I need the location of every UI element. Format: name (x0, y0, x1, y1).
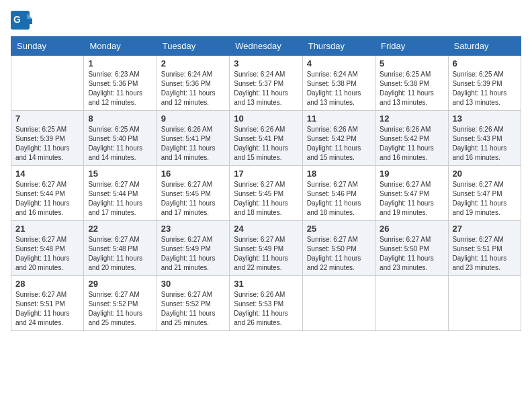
calendar-cell: 30Sunrise: 6:27 AMSunset: 5:52 PMDayligh… (157, 276, 229, 331)
day-number: 25 (307, 224, 371, 234)
day-number: 9 (161, 113, 225, 124)
day-number: 27 (453, 224, 517, 234)
calendar-cell: 11Sunrise: 6:26 AMSunset: 5:42 PMDayligh… (302, 111, 375, 166)
day-number: 10 (234, 113, 298, 124)
calendar-cell: 9Sunrise: 6:26 AMSunset: 5:41 PMDaylight… (157, 111, 229, 166)
calendar-cell: 14Sunrise: 6:27 AMSunset: 5:44 PMDayligh… (11, 166, 84, 221)
day-number: 24 (234, 224, 298, 234)
calendar-cell: 20Sunrise: 6:27 AMSunset: 5:47 PMDayligh… (448, 166, 521, 221)
day-info: Sunrise: 6:26 AMSunset: 5:43 PMDaylight:… (453, 125, 517, 163)
svg-marker-3 (27, 19, 32, 24)
calendar-cell: 19Sunrise: 6:27 AMSunset: 5:47 PMDayligh… (375, 166, 448, 221)
day-number: 12 (380, 113, 443, 124)
day-info: Sunrise: 6:26 AMSunset: 5:42 PMDaylight:… (380, 125, 443, 163)
weekday-header: Thursday (302, 37, 375, 56)
day-number: 19 (380, 169, 443, 179)
day-info: Sunrise: 6:24 AMSunset: 5:37 PMDaylight:… (234, 70, 298, 107)
day-info: Sunrise: 6:27 AMSunset: 5:47 PMDaylight:… (453, 180, 517, 218)
calendar-cell (448, 276, 521, 331)
calendar-table: SundayMondayTuesdayWednesdayThursdayFrid… (11, 36, 521, 331)
day-number: 14 (15, 169, 79, 179)
day-info: Sunrise: 6:27 AMSunset: 5:45 PMDaylight:… (234, 180, 298, 218)
day-number: 1 (88, 58, 152, 68)
day-number: 23 (161, 224, 225, 234)
header: G (11, 11, 521, 30)
day-number: 31 (234, 279, 298, 289)
calendar-cell: 2Sunrise: 6:24 AMSunset: 5:36 PMDaylight… (157, 56, 229, 111)
calendar-cell: 23Sunrise: 6:27 AMSunset: 5:49 PMDayligh… (157, 221, 229, 276)
day-number: 5 (380, 58, 443, 68)
calendar-cell: 17Sunrise: 6:27 AMSunset: 5:45 PMDayligh… (230, 166, 302, 221)
calendar-cell: 10Sunrise: 6:26 AMSunset: 5:41 PMDayligh… (230, 111, 302, 166)
day-info: Sunrise: 6:27 AMSunset: 5:50 PMDaylight:… (380, 235, 443, 273)
day-number: 2 (161, 58, 225, 68)
weekday-header: Sunday (11, 37, 84, 56)
day-number: 11 (307, 113, 371, 124)
calendar-cell: 24Sunrise: 6:27 AMSunset: 5:49 PMDayligh… (230, 221, 302, 276)
svg-text:G: G (13, 14, 21, 25)
weekday-header: Monday (84, 37, 157, 56)
calendar-cell (302, 276, 375, 331)
calendar-cell: 21Sunrise: 6:27 AMSunset: 5:48 PMDayligh… (11, 221, 84, 276)
day-info: Sunrise: 6:27 AMSunset: 5:52 PMDaylight:… (161, 290, 225, 328)
day-number: 7 (15, 113, 79, 124)
day-number: 8 (88, 113, 152, 124)
day-info: Sunrise: 6:26 AMSunset: 5:42 PMDaylight:… (307, 125, 371, 163)
calendar-cell: 5Sunrise: 6:25 AMSunset: 5:38 PMDaylight… (375, 56, 448, 111)
weekday-header: Saturday (448, 37, 521, 56)
day-number: 18 (307, 169, 371, 179)
day-info: Sunrise: 6:27 AMSunset: 5:51 PMDaylight:… (15, 290, 79, 328)
day-number: 17 (234, 169, 298, 179)
calendar-cell: 6Sunrise: 6:25 AMSunset: 5:39 PMDaylight… (448, 56, 521, 111)
weekday-header: Tuesday (157, 37, 229, 56)
calendar-cell: 15Sunrise: 6:27 AMSunset: 5:44 PMDayligh… (84, 166, 157, 221)
day-info: Sunrise: 6:27 AMSunset: 5:52 PMDaylight:… (88, 290, 152, 328)
day-info: Sunrise: 6:25 AMSunset: 5:39 PMDaylight:… (15, 125, 79, 163)
day-info: Sunrise: 6:26 AMSunset: 5:41 PMDaylight:… (234, 125, 298, 163)
calendar-cell: 25Sunrise: 6:27 AMSunset: 5:50 PMDayligh… (302, 221, 375, 276)
calendar-cell: 12Sunrise: 6:26 AMSunset: 5:42 PMDayligh… (375, 111, 448, 166)
logo: G (11, 11, 35, 30)
day-info: Sunrise: 6:24 AMSunset: 5:36 PMDaylight:… (161, 70, 225, 107)
calendar-cell: 3Sunrise: 6:24 AMSunset: 5:37 PMDaylight… (230, 56, 302, 111)
day-info: Sunrise: 6:27 AMSunset: 5:47 PMDaylight:… (380, 180, 443, 218)
calendar-cell: 1Sunrise: 6:23 AMSunset: 5:36 PMDaylight… (84, 56, 157, 111)
day-info: Sunrise: 6:26 AMSunset: 5:41 PMDaylight:… (161, 125, 225, 163)
calendar-cell: 8Sunrise: 6:25 AMSunset: 5:40 PMDaylight… (84, 111, 157, 166)
day-info: Sunrise: 6:27 AMSunset: 5:46 PMDaylight:… (307, 180, 371, 218)
calendar-cell: 31Sunrise: 6:26 AMSunset: 5:53 PMDayligh… (230, 276, 302, 331)
logo-icon: G (11, 11, 32, 30)
day-info: Sunrise: 6:23 AMSunset: 5:36 PMDaylight:… (88, 70, 152, 107)
day-info: Sunrise: 6:27 AMSunset: 5:49 PMDaylight:… (161, 235, 225, 273)
day-info: Sunrise: 6:24 AMSunset: 5:38 PMDaylight:… (307, 70, 371, 107)
day-info: Sunrise: 6:26 AMSunset: 5:53 PMDaylight:… (234, 290, 298, 328)
weekday-header: Friday (375, 37, 448, 56)
day-number: 21 (15, 224, 79, 234)
day-number: 15 (88, 169, 152, 179)
day-info: Sunrise: 6:27 AMSunset: 5:44 PMDaylight:… (15, 180, 79, 218)
calendar-cell (11, 56, 84, 111)
calendar-cell: 7Sunrise: 6:25 AMSunset: 5:39 PMDaylight… (11, 111, 84, 166)
calendar-cell: 26Sunrise: 6:27 AMSunset: 5:50 PMDayligh… (375, 221, 448, 276)
day-info: Sunrise: 6:27 AMSunset: 5:48 PMDaylight:… (88, 235, 152, 273)
day-number: 20 (453, 169, 517, 179)
calendar-cell: 29Sunrise: 6:27 AMSunset: 5:52 PMDayligh… (84, 276, 157, 331)
day-info: Sunrise: 6:27 AMSunset: 5:48 PMDaylight:… (15, 235, 79, 273)
day-number: 3 (234, 58, 298, 68)
day-number: 30 (161, 279, 225, 289)
day-number: 13 (453, 113, 517, 124)
day-info: Sunrise: 6:27 AMSunset: 5:44 PMDaylight:… (88, 180, 152, 218)
day-number: 4 (307, 58, 371, 68)
day-number: 26 (380, 224, 443, 234)
calendar-cell: 27Sunrise: 6:27 AMSunset: 5:51 PMDayligh… (448, 221, 521, 276)
calendar-cell: 22Sunrise: 6:27 AMSunset: 5:48 PMDayligh… (84, 221, 157, 276)
calendar-cell: 16Sunrise: 6:27 AMSunset: 5:45 PMDayligh… (157, 166, 229, 221)
day-number: 22 (88, 224, 152, 234)
day-number: 16 (161, 169, 225, 179)
day-info: Sunrise: 6:25 AMSunset: 5:39 PMDaylight:… (453, 70, 517, 107)
day-info: Sunrise: 6:27 AMSunset: 5:49 PMDaylight:… (234, 235, 298, 273)
weekday-header: Wednesday (230, 37, 302, 56)
day-number: 6 (453, 58, 517, 68)
day-number: 29 (88, 279, 152, 289)
day-info: Sunrise: 6:27 AMSunset: 5:51 PMDaylight:… (453, 235, 517, 273)
